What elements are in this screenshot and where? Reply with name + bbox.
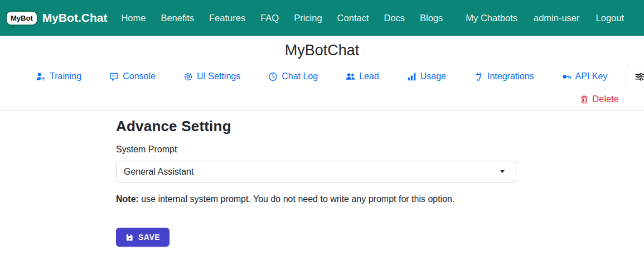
tab-label: Lead: [359, 71, 379, 81]
delete-row: Delete: [0, 94, 644, 104]
tab-chat-log[interactable]: Chat Log: [259, 65, 327, 88]
nav-link-admin-user[interactable]: admin-user: [534, 13, 580, 23]
caret-down-icon: [500, 170, 505, 173]
system-prompt-select[interactable]: General Assistant: [116, 161, 516, 182]
tab-bar: Training Console UI Settings Chat Log Le…: [0, 65, 644, 88]
floppy-icon: [125, 233, 134, 242]
advance-setting-panel: Advance Setting System Prompt General As…: [116, 118, 517, 247]
gear-icon: [183, 72, 193, 81]
nav-link-contact[interactable]: Contact: [337, 13, 369, 23]
nav-link-features[interactable]: Features: [209, 13, 245, 23]
save-button[interactable]: SAVE: [116, 228, 170, 247]
tab-training[interactable]: Training: [27, 65, 91, 88]
save-button-label: SAVE: [138, 233, 160, 242]
tab-label: Integrations: [487, 71, 534, 81]
tab-lead[interactable]: Lead: [336, 65, 389, 88]
delete-label: Delete: [592, 94, 619, 104]
tab-api-key[interactable]: API Key: [553, 65, 617, 88]
tab-advance[interactable]: Advance: [626, 65, 644, 88]
trash-icon: [580, 95, 589, 104]
brand-text: MyBot.Chat: [42, 11, 108, 25]
tab-label: Usage: [420, 71, 446, 81]
key-icon: [562, 72, 572, 81]
nav-link-home[interactable]: Home: [121, 13, 146, 23]
person-gear-icon: [36, 72, 46, 81]
tab-label: Chat Log: [282, 71, 318, 81]
mybot-logo: MyBot: [6, 11, 38, 26]
select-value: General Assistant: [124, 167, 193, 177]
tab-label: Training: [50, 71, 81, 81]
note-label: Note:: [116, 194, 139, 204]
bar-chart-icon: [407, 72, 417, 81]
tab-ui-settings[interactable]: UI Settings: [174, 65, 250, 88]
nav-link-faq[interactable]: FAQ: [260, 13, 279, 23]
people-icon: [346, 72, 355, 81]
sliders-icon: [635, 72, 644, 81]
nav-link-pricing[interactable]: Pricing: [294, 13, 322, 23]
plug-icon: [474, 72, 483, 81]
top-navbar: MyBot MyBot.Chat Home Benefits Features …: [0, 0, 644, 36]
advance-setting-heading: Advance Setting: [116, 118, 517, 135]
tab-label: UI Settings: [197, 71, 240, 81]
tab-label: API Key: [575, 71, 608, 81]
clock-icon: [268, 72, 278, 81]
chat-dots-icon: [109, 72, 119, 81]
tab-usage[interactable]: Usage: [398, 65, 456, 88]
divider: [0, 110, 644, 111]
nav-link-logout[interactable]: Logout: [596, 13, 624, 23]
nav-link-blogs[interactable]: Blogs: [420, 13, 443, 23]
note-body: use internal system prompt. You do not n…: [139, 194, 455, 204]
tab-integrations[interactable]: Integrations: [464, 65, 544, 88]
nav-link-docs[interactable]: Docs: [384, 13, 405, 23]
brand[interactable]: MyBot MyBot.Chat: [6, 11, 107, 26]
nav-link-benefits[interactable]: Benefits: [161, 13, 194, 23]
tab-console[interactable]: Console: [100, 65, 165, 88]
delete-button[interactable]: Delete: [580, 94, 619, 104]
system-prompt-label: System Prompt: [116, 145, 517, 155]
nav-right: My Chatbots admin-user Logout: [466, 13, 624, 23]
nav-link-my-chatbots[interactable]: My Chatbots: [466, 13, 517, 23]
nav-links: Home Benefits Features FAQ Pricing Conta…: [121, 13, 443, 23]
note-text: Note: use internal system prompt. You do…: [116, 194, 517, 204]
page-title: MyBotChat: [0, 42, 644, 59]
tab-label: Console: [123, 71, 156, 81]
